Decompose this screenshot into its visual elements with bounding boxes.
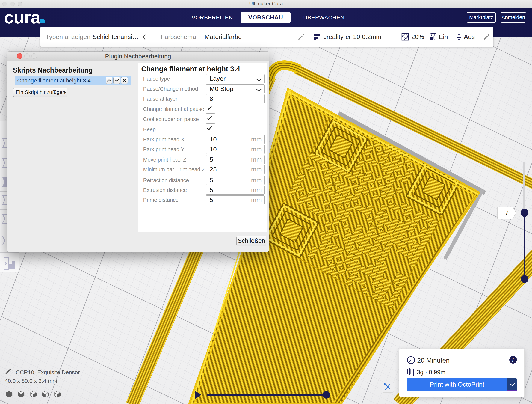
svg-text:i: i <box>512 357 514 363</box>
svg-text:cura: cura <box>4 8 41 27</box>
svg-text:7: 7 <box>505 209 509 216</box>
